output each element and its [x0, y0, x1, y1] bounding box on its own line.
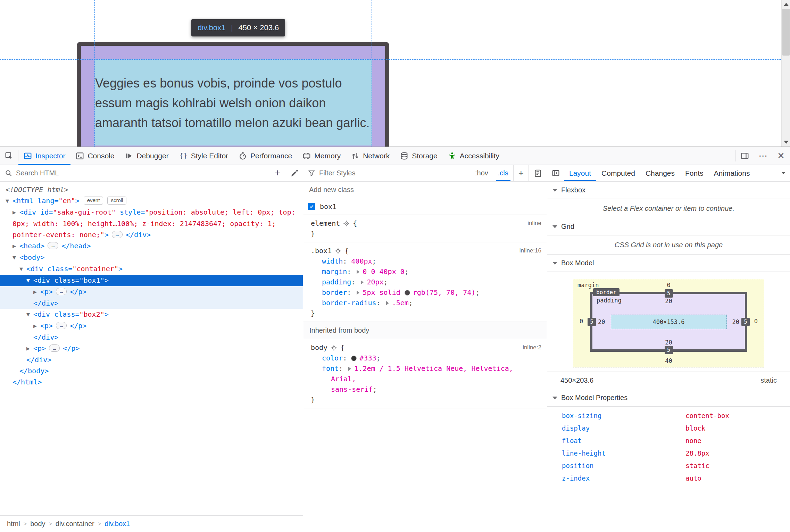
collapse-arrow-icon[interactable]: ▼ [26, 275, 33, 286]
inline-expander[interactable]: … [56, 288, 67, 295]
property-name[interactable]: z-index [562, 474, 685, 482]
sidebar-tab-changes[interactable]: Changes [640, 165, 680, 181]
border-right-value[interactable]: 5 [741, 318, 750, 326]
padding-left-value[interactable]: 20 [598, 318, 605, 325]
markup-doctype[interactable]: <!DOCTYPE html> [0, 184, 303, 195]
markup-closing-tag[interactable]: </body> [0, 365, 303, 376]
margin-right-value[interactable]: 0 [754, 318, 758, 325]
property-name[interactable]: padding [322, 278, 351, 286]
breadcrumb-item-body[interactable]: body [27, 518, 49, 530]
margin-bottom-value[interactable]: 40 [665, 357, 672, 364]
markup-node[interactable]: ▼<html lang="en">eventscroll [0, 195, 303, 207]
collapse-arrow-icon[interactable]: ▼ [6, 196, 13, 207]
color-swatch[interactable] [351, 356, 357, 361]
expand-shorthand-icon[interactable] [357, 270, 359, 274]
margin-top-value[interactable]: 0 [667, 282, 670, 289]
flexbox-section-header[interactable]: Flexbox [547, 182, 790, 199]
pick-element-button[interactable] [0, 147, 18, 165]
sidebar-tab-fonts[interactable]: Fonts [680, 165, 709, 181]
property-name[interactable]: font [322, 364, 339, 373]
markup-node[interactable]: ▶<p>…</p> [0, 343, 303, 354]
inline-expander[interactable]: … [49, 344, 60, 352]
property-value[interactable]: rgb(75, 70, 74) [413, 288, 476, 297]
expand-shorthand-icon[interactable] [386, 301, 389, 305]
event-badge[interactable]: event [84, 197, 103, 205]
selector-highlighter-icon[interactable] [343, 220, 350, 227]
tool-tab-network[interactable]: Network [346, 147, 395, 165]
inline-expander[interactable]: … [112, 231, 123, 238]
css-declaration[interactable]: width: 400px; [311, 256, 541, 266]
inline-expander[interactable]: … [48, 242, 58, 249]
markup-node[interactable]: ▶<div id="saka-gui-root" style="position… [0, 207, 303, 240]
collapse-arrow-icon[interactable]: ▼ [26, 309, 33, 320]
property-name[interactable]: border [322, 288, 347, 297]
devtools-menu-button[interactable]: ⋯ [754, 147, 772, 165]
scrollbar-thumb[interactable] [782, 9, 790, 56]
rule-source-link[interactable]: inline:16 [519, 246, 541, 256]
sidebar-toggle-button[interactable] [547, 165, 564, 181]
expand-arrow-icon[interactable]: ▶ [33, 321, 40, 332]
property-value-continued[interactable]: sans-serif [331, 385, 373, 393]
css-declaration[interactable]: border: 5px solid rgb(75, 70, 74); [311, 287, 541, 298]
markup-node[interactable]: ▼<body> [0, 252, 303, 263]
grid-section-header[interactable]: Grid [547, 218, 790, 235]
attribute-value[interactable]: "en" [58, 197, 75, 205]
pseudo-class-toggle[interactable]: :hov [470, 165, 493, 181]
sidebar-tab-layout[interactable]: Layout [564, 165, 596, 181]
property-name[interactable]: margin [322, 267, 347, 276]
css-declaration[interactable]: color: #333; [311, 353, 541, 363]
css-declaration[interactable]: margin: 0 0 40px 0; [311, 266, 541, 277]
property-name[interactable]: box-sizing [562, 412, 685, 419]
property-value[interactable]: 1.2em / 1.5 Helvetica Neue, Helvetica, A… [331, 364, 513, 383]
class-checkbox[interactable] [308, 203, 315, 210]
markup-node[interactable]: ▶<p>…</p> [0, 286, 303, 298]
attribute-value[interactable]: "box1" [79, 276, 104, 284]
property-value[interactable]: .5em [392, 299, 409, 307]
property-name[interactable]: width [322, 257, 343, 265]
css-declaration[interactable]: font: 1.2em / 1.5 Helvetica Neue, Helvet… [311, 363, 541, 394]
tool-tab-memory[interactable]: Memory [297, 147, 346, 165]
markup-closing-tag[interactable]: </div> [0, 354, 303, 365]
page-scrollbar[interactable] [781, 0, 790, 147]
selector-highlighter-icon[interactable] [331, 344, 337, 351]
expand-shorthand-icon[interactable] [348, 367, 351, 371]
tool-tab-inspector[interactable]: Inspector [18, 147, 70, 165]
attribute-value[interactable]: "container" [72, 265, 118, 273]
search-html-input[interactable]: Search HTML [0, 165, 269, 181]
rule-selector[interactable]: body [311, 342, 327, 353]
property-value[interactable]: #333 [359, 354, 376, 362]
rule-source-link[interactable]: inline:2 [523, 342, 541, 353]
selector-highlighter-icon[interactable] [335, 248, 341, 254]
box-model-properties-header[interactable]: Box Model Properties [547, 389, 790, 407]
css-declaration[interactable]: padding: 20px; [311, 277, 541, 287]
tool-tab-storage[interactable]: Storage [395, 147, 443, 165]
markup-node[interactable]: ▶<p>…</p> [0, 320, 303, 332]
property-name[interactable]: border-radius [322, 299, 376, 307]
box-model-content-box[interactable]: 400×153.6 [611, 315, 727, 329]
sidebar-tab-computed[interactable]: Computed [596, 165, 640, 181]
padding-right-value[interactable]: 20 [732, 318, 739, 325]
add-new-class-input[interactable]: Add new class [303, 182, 547, 198]
split-console-button[interactable] [736, 147, 754, 165]
rule-source-link[interactable]: inline [527, 218, 541, 228]
color-swatch[interactable] [405, 290, 410, 296]
filter-styles-input[interactable]: Filter Styles [303, 165, 470, 181]
markup-closing-tag[interactable]: </div> [0, 298, 303, 309]
attribute-value[interactable]: "box2" [79, 310, 104, 318]
rule-selector[interactable]: .box1 [311, 246, 332, 256]
padding-bottom-value[interactable]: 20 [665, 339, 672, 346]
markup-node[interactable]: ▼<div class="container"> [0, 263, 303, 275]
property-value[interactable]: 400px [351, 257, 372, 265]
inline-expander[interactable]: … [56, 322, 67, 329]
box-model-section-header[interactable]: Box Model [547, 255, 790, 272]
tool-tab-debugger[interactable]: Debugger [119, 147, 174, 165]
tool-tab-style-editor[interactable]: {}Style Editor [174, 147, 233, 165]
property-value[interactable]: 20px [367, 278, 383, 286]
margin-left-value[interactable]: 0 [580, 318, 583, 325]
property-value[interactable]: 0 0 40px 0 [363, 267, 404, 276]
close-devtools-button[interactable]: ✕ [772, 147, 790, 165]
attribute-value[interactable]: "saka-gui-root" [53, 208, 116, 216]
markup-node[interactable]: ▶<head>…</head> [0, 240, 303, 252]
property-name[interactable]: line-height [562, 449, 685, 457]
expand-shorthand-icon[interactable] [357, 291, 359, 295]
